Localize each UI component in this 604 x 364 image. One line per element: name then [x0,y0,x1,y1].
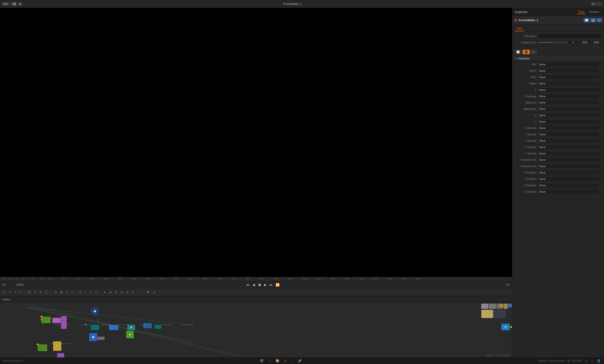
text-tool-btn[interactable]: T [13,290,17,295]
node-purple-1[interactable] [52,318,61,323]
fairlight-btn[interactable]: ⚙ [284,359,287,363]
cut-btn[interactable]: ✂ [268,359,271,363]
node-green-2[interactable]: ⊕ [126,331,134,338]
node-yellow-1[interactable] [53,341,61,346]
tab-tools[interactable]: Tools [577,10,586,14]
circle-tool-btn[interactable]: ◯ [44,290,49,295]
channel-select-xvelocity[interactable]: None [538,145,602,149]
node-blue-1[interactable] [109,325,118,330]
channel-select-xposition[interactable]: None [538,170,602,175]
scissors-tool-btn[interactable]: ✂ [8,290,12,295]
remove-tool-btn[interactable]: ✕ [38,290,43,295]
go-to-end-btn[interactable]: ⏭ [268,282,274,287]
channel-select-v[interactable]: None [538,119,602,124]
crosshair-tool-btn[interactable]: ⊗ [108,290,113,295]
channel-select-materialid[interactable]: None [538,107,602,111]
channel-select-z[interactable]: None [538,87,602,92]
channel-select-red[interactable]: None [538,62,602,67]
node-lock-btn[interactable]: 🔒 [590,18,596,22]
channel-select-blue[interactable]: None [538,75,602,79]
channel-select-ydisparity[interactable]: None [538,189,602,194]
node-green-1[interactable] [41,317,51,323]
channel-select-objectid[interactable]: None [538,100,602,105]
channel-select-yreversevel[interactable]: None [538,164,602,169]
channel-select-xdisparity[interactable]: None [538,183,602,188]
node-blue-right-1[interactable]: ⊕ [501,324,510,330]
audio-btn[interactable]: ♪ [291,359,294,363]
deliver-btn[interactable]: 🚀 [298,359,302,363]
person-btn[interactable]: 👤 [596,359,601,363]
pin-btn[interactable]: ⊿ [151,290,156,295]
view-blend-btn[interactable]: ⬡ [531,50,537,54]
brush-tool-btn[interactable]: ⌇ [83,290,87,295]
step-back-btn[interactable]: ◀ [252,282,256,287]
node-green-3[interactable] [38,344,47,351]
tab-modifiers[interactable]: Modifiers [588,10,601,14]
clip-name-input[interactable] [538,34,602,38]
node-stack-3[interactable] [61,325,67,329]
node-yellow-2[interactable] [53,346,61,351]
nodes-more-btn[interactable]: ⋯ [504,297,510,302]
node-stack-1[interactable] [61,316,67,320]
channel-select-znormal[interactable]: None [538,138,602,143]
channel-select-xreversevel[interactable]: None [538,158,602,162]
stop-btn[interactable]: ⏹ [257,282,262,287]
select-tool-btn[interactable]: ◻ [2,290,7,295]
loop-btn[interactable]: 🔁 [275,282,280,287]
node-teal-2[interactable] [155,325,161,329]
options-btn[interactable]: ⋯ [597,2,602,6]
view-matte-btn[interactable]: ⬛ [523,50,530,54]
escape-tool-btn[interactable]: ⎋ [70,290,74,295]
grid-tool-btn[interactable]: ⊞ [59,290,64,295]
add-tool-btn[interactable]: ⊕ [27,290,32,295]
channel-select-ynormal[interactable]: None [538,132,602,137]
ellipsis-h-btn[interactable]: ⋯ [139,290,145,295]
node-teal-1[interactable] [91,325,99,330]
view-toggle-btn[interactable]: ◀▐ [10,2,17,6]
channel-select-yposition[interactable]: None [538,177,602,181]
curve-tool-btn[interactable]: ⌀ [78,290,82,295]
channels-section-header[interactable]: ▼ Channels [512,56,604,61]
media-btn[interactable]: 🎬 [259,359,264,363]
home-btn[interactable]: ⌂ [591,359,594,363]
pen-tool-btn[interactable]: ✏ [18,290,23,295]
star-tool-btn[interactable]: ✦ [102,290,107,295]
zoom-display[interactable]: 98% [2,2,9,6]
viewer[interactable] [0,8,512,277]
poly-tool-btn[interactable]: ⬠ [65,290,69,295]
node-stack-2[interactable] [61,320,67,325]
maximize-btn[interactable]: ⊞ [591,2,596,6]
node-purple-bottom[interactable] [57,353,64,357]
node-cyan-1[interactable]: ⊕ [127,325,135,330]
subtab-tools[interactable]: Tools [515,26,525,31]
channel-select-yvelocity[interactable]: None [538,151,602,156]
play-btn[interactable]: ▶ [263,282,267,287]
go-to-start-btn[interactable]: ⏮ [245,282,251,287]
global-in-value[interactable]: 0 [568,40,579,45]
view-normal-btn[interactable]: ⬜ [515,50,522,54]
global-mid-value[interactable]: 1056 [579,40,590,45]
flag-btn[interactable]: ⚑ [146,290,151,295]
node-blue-2[interactable] [143,323,152,328]
global-out-value[interactable]: 1055 [591,40,602,45]
channel-select-alpha[interactable]: None [538,81,602,86]
undo-tool-btn[interactable]: ↩ [88,290,93,295]
node-view-btn[interactable]: ⬜ [584,18,589,22]
global-slider[interactable] [538,42,567,43]
node-extra-btn[interactable]: ⊡ [597,18,602,22]
dot-tool-btn[interactable]: ⊙ [119,290,124,295]
minus-circle-btn[interactable]: ⊝ [131,290,135,295]
warning-btn[interactable]: ⚠ [584,359,588,363]
channel-select-green[interactable]: None [538,68,602,73]
slash-tool-btn[interactable]: ⊘ [114,290,118,295]
redo-tool-btn[interactable]: ↪ [94,290,98,295]
node-inspect-1[interactable]: ⊕ [89,333,97,341]
eq-tool-btn[interactable]: ⊜ [125,290,130,295]
color-btn[interactable]: 🎨 [275,359,280,363]
channel-select-u[interactable]: None [538,113,602,118]
move-tool-btn[interactable]: ↗ [33,290,37,295]
channel-select-xnormal[interactable]: None [538,126,602,130]
more-options-btn[interactable]: ▶ [18,2,23,6]
rect-tool-btn[interactable]: ⊡ [53,290,58,295]
node-circle-1[interactable]: ⊕ [91,307,99,315]
